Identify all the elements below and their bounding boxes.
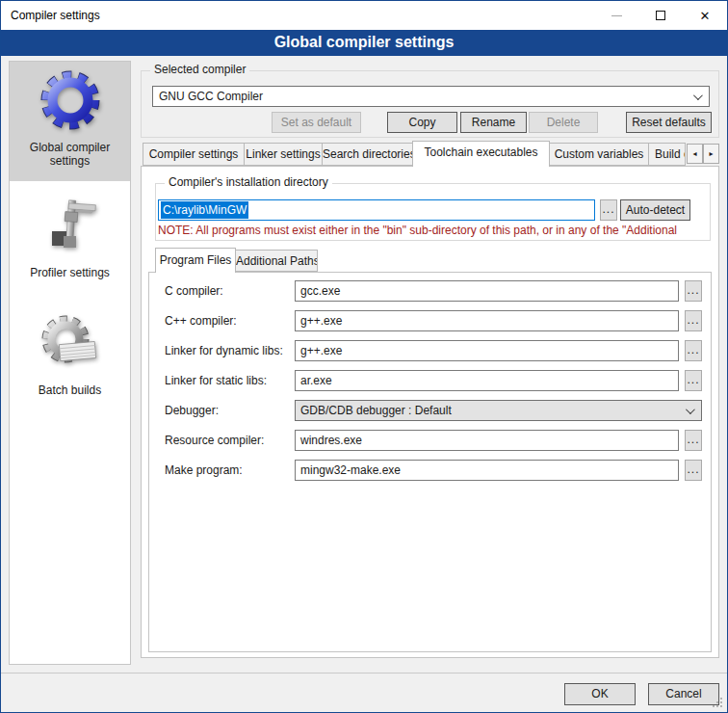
dynamic-linker-row: Linker for dynamic libs: g++.exe ... bbox=[149, 340, 711, 361]
debugger-label: Debugger: bbox=[165, 404, 219, 417]
arrow-left-icon: ◂ bbox=[692, 149, 696, 158]
minimize-button[interactable] bbox=[594, 1, 638, 30]
static-linker-input[interactable]: ar.exe bbox=[295, 370, 679, 391]
c-compiler-input[interactable]: gcc.exe bbox=[295, 280, 679, 302]
maximize-button[interactable] bbox=[638, 1, 683, 30]
arrow-right-icon: ▸ bbox=[709, 149, 713, 158]
dynamic-linker-browse-button[interactable]: ... bbox=[685, 340, 702, 361]
c-compiler-row: C compiler: gcc.exe ... bbox=[149, 280, 711, 302]
resource-compiler-input[interactable]: windres.exe bbox=[295, 430, 679, 451]
maximize-icon bbox=[656, 11, 665, 20]
sidebar-item-label: Batch builds bbox=[10, 383, 130, 397]
sidebar-item-label: Global compiler settings bbox=[10, 141, 130, 168]
c-compiler-browse-button[interactable]: ... bbox=[685, 280, 702, 302]
chevron-down-icon bbox=[686, 405, 695, 414]
installation-directory-browse-button[interactable]: ... bbox=[600, 199, 617, 221]
blue-gear-icon bbox=[39, 69, 101, 131]
caliper-icon bbox=[39, 195, 101, 256]
set-as-default-button[interactable]: Set as default bbox=[272, 112, 361, 133]
window-title: Compiler settings bbox=[11, 9, 100, 22]
sidebar-item-profiler-settings[interactable]: Profiler settings bbox=[10, 185, 130, 291]
page-title: Global compiler settings bbox=[1, 30, 727, 56]
tab-custom-variables[interactable]: Custom variables bbox=[549, 143, 649, 166]
cancel-button[interactable]: Cancel bbox=[648, 683, 719, 705]
compiler-settings-dialog: Compiler settings ✕ Global compiler sett… bbox=[0, 0, 728, 713]
close-icon: ✕ bbox=[700, 10, 711, 22]
resource-compiler-label: Resource compiler: bbox=[165, 434, 264, 447]
tab-scroll-right-button[interactable]: ▸ bbox=[703, 144, 719, 164]
tab-compiler-settings[interactable]: Compiler settings bbox=[143, 143, 245, 166]
tab-linker-settings[interactable]: Linker settings bbox=[244, 143, 323, 166]
installation-directory-value: C:\raylib\MinGW bbox=[161, 201, 248, 219]
make-program-row: Make program: mingw32-make.exe ... bbox=[149, 460, 711, 481]
debugger-select-value: GDB/CDB debugger : Default bbox=[300, 404, 452, 417]
close-button[interactable]: ✕ bbox=[683, 1, 727, 30]
cpp-compiler-input[interactable]: g++.exe bbox=[295, 310, 679, 331]
toolchain-executables-page: Compiler's installation directory C:\ray… bbox=[141, 166, 719, 658]
cpp-compiler-browse-button[interactable]: ... bbox=[685, 310, 702, 331]
delete-button[interactable]: Delete bbox=[529, 112, 598, 133]
make-program-browse-button[interactable]: ... bbox=[685, 460, 702, 481]
sidebar-item-batch-builds[interactable]: Batch builds bbox=[10, 303, 130, 410]
sidebar-item-global-compiler-settings[interactable]: Global compiler settings bbox=[10, 62, 130, 181]
copy-button[interactable]: Copy bbox=[387, 112, 457, 133]
tab-search-directories[interactable]: Search directories bbox=[322, 143, 413, 166]
subtab-program-files[interactable]: Program Files bbox=[155, 248, 236, 273]
dynamic-linker-input[interactable]: g++.exe bbox=[295, 340, 679, 361]
settings-category-sidebar: Global compiler settings bbox=[9, 61, 131, 665]
installation-directory-group-label: Compiler's installation directory bbox=[165, 175, 332, 189]
program-files-page: C compiler: gcc.exe ... C++ compiler: g+… bbox=[148, 272, 712, 652]
debugger-select[interactable]: GDB/CDB debugger : Default bbox=[295, 400, 702, 421]
resource-compiler-row: Resource compiler: windres.exe ... bbox=[149, 430, 711, 451]
titlebar: Compiler settings ✕ bbox=[1, 1, 727, 30]
bin-subdirectory-note: NOTE: All programs must exist either in … bbox=[158, 224, 717, 238]
debugger-row: Debugger: GDB/CDB debugger : Default bbox=[149, 400, 711, 421]
cpp-compiler-label: C++ compiler: bbox=[165, 314, 237, 328]
resize-grip[interactable] bbox=[720, 705, 722, 707]
c-compiler-label: C compiler: bbox=[165, 284, 223, 298]
tab-scroll-left-button[interactable]: ◂ bbox=[687, 144, 703, 164]
static-linker-browse-button[interactable]: ... bbox=[685, 370, 702, 391]
selected-compiler-group-label: Selected compiler bbox=[150, 63, 249, 76]
tab-toolchain-executables[interactable]: Toolchain executables bbox=[412, 141, 550, 167]
footer-divider bbox=[1, 673, 727, 673]
resource-compiler-browse-button[interactable]: ... bbox=[685, 430, 702, 451]
compiler-select-value: GNU GCC Compiler bbox=[159, 90, 263, 103]
reset-defaults-button[interactable]: Reset defaults bbox=[626, 112, 712, 133]
make-program-input[interactable]: mingw32-make.exe bbox=[295, 460, 679, 481]
compiler-select[interactable]: GNU GCC Compiler bbox=[152, 86, 710, 107]
static-linker-label: Linker for static libs: bbox=[165, 374, 267, 387]
gear-papers-icon bbox=[39, 312, 101, 374]
dynamic-linker-label: Linker for dynamic libs: bbox=[165, 344, 283, 357]
subtab-additional-paths[interactable]: Additional Paths bbox=[235, 250, 318, 272]
sidebar-item-label: Profiler settings bbox=[10, 266, 130, 279]
cpp-compiler-row: C++ compiler: g++.exe ... bbox=[149, 310, 711, 331]
tab-build-options[interactable]: Build options bbox=[648, 143, 686, 166]
static-linker-row: Linker for static libs: ar.exe ... bbox=[149, 370, 711, 391]
ok-button[interactable]: OK bbox=[564, 683, 636, 705]
rename-button[interactable]: Rename bbox=[460, 112, 527, 133]
make-program-label: Make program: bbox=[165, 463, 243, 477]
minimize-icon bbox=[611, 15, 622, 16]
installation-directory-input[interactable]: C:\raylib\MinGW bbox=[158, 199, 595, 221]
chevron-down-icon bbox=[693, 91, 703, 100]
auto-detect-button[interactable]: Auto-detect bbox=[620, 199, 690, 221]
